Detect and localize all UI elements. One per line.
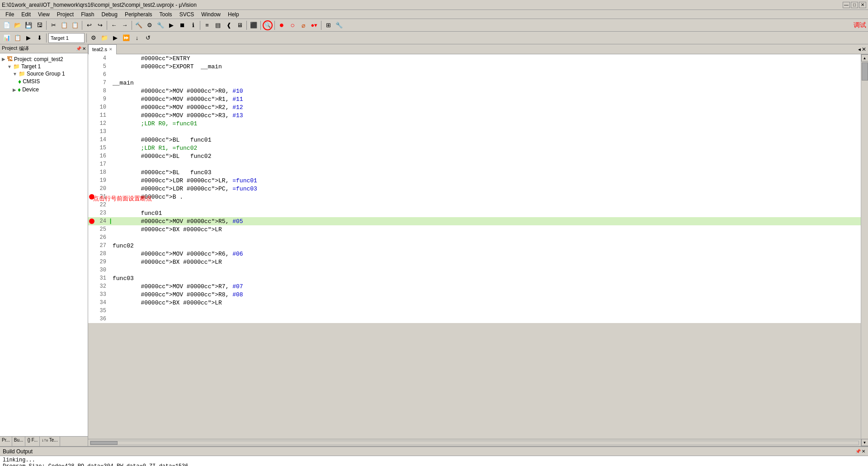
source-group-label: Source Group 1 [27,71,65,77]
line-number-23: 23 [95,210,109,216]
line-bp-21[interactable] [88,194,95,200]
build-close-btn[interactable]: ✕ [862,449,865,454]
redo-btn[interactable]: ↪ [95,20,105,30]
save-all-btn[interactable]: 🖫 [34,20,44,30]
menu-file[interactable]: File [2,10,18,19]
target-dropdown[interactable]: Target 1 [48,33,85,43]
view3-btn[interactable]: ❰ [224,20,234,30]
build-title: Build Output [3,448,33,455]
menu-tools[interactable]: Tools [156,10,176,19]
build-btn[interactable]: 🔨 [134,20,144,30]
line-code-33: #0000cc">MOV #0000cc">R8, #08 [111,291,861,298]
build-content: linking...Program Size: Code=428 RO-data… [0,456,868,466]
run2-btn[interactable]: ⏩ [121,33,131,43]
hscroll-thumb[interactable] [90,441,118,445]
vscroll-track[interactable] [861,62,868,439]
pbt-te[interactable]: ↓↑₀ Te... [40,437,60,446]
menu-peripherals[interactable]: Peripherals [121,10,156,19]
menu-edit[interactable]: Edit [18,10,34,19]
line-number-16: 16 [95,153,109,159]
line-code-24: #0000cc">MOV #0000cc">R5, #05 [111,218,861,225]
run-btn[interactable]: ▶ [110,33,120,43]
debug-circle-btn[interactable]: 🔍 [263,20,273,30]
line-number-18: 18 [95,169,109,176]
bp-menu-btn[interactable]: ●▾ [309,20,319,30]
menu-flash[interactable]: Flash [77,10,98,19]
bp-red-btn[interactable]: ● [277,20,287,30]
project-panel-tabs: Project 编译 [2,45,29,52]
build-output-btn[interactable]: 📊 [2,33,12,43]
minimize-button[interactable]: — [843,2,850,8]
build-log-btn[interactable]: 📋 [13,33,23,43]
new-file-btn[interactable]: 📄 [2,20,12,30]
copy-btn[interactable]: 📋 [59,20,69,30]
vscroll-down[interactable]: ▼ [861,439,868,446]
paste-btn[interactable]: 📋 [70,20,80,30]
hscroll-track[interactable] [90,441,859,445]
save-btn[interactable]: 💾 [24,20,33,30]
menu-window[interactable]: Window [198,10,224,19]
screen-btn[interactable]: ⬛ [249,20,259,30]
line-number-12: 12 [95,120,109,127]
line-number-9: 9 [95,96,109,102]
tab-project[interactable]: Project [2,45,17,52]
open-btn[interactable]: 📂 [13,20,23,30]
target-options-btn[interactable]: ⚙ [89,33,99,43]
menu-debug[interactable]: Debug [98,10,121,19]
code-line-27: 27func02 [88,242,861,250]
pbt-func[interactable]: {} F... [25,437,40,446]
step-btn[interactable]: ↓ [132,33,142,43]
bp-empty-btn[interactable]: ○ [288,20,297,30]
build2-btn[interactable]: ⚙ [145,20,155,30]
line-number-32: 32 [95,283,109,290]
sep3 [107,21,107,30]
build3-btn[interactable]: 🔧 [156,20,165,30]
code-hscroll[interactable] [88,439,861,446]
manage-btn[interactable]: 📁 [99,33,109,43]
reset-btn[interactable]: ↺ [143,33,153,43]
menu-help[interactable]: Help [224,10,243,19]
undo-btn[interactable]: ↩ [84,20,94,30]
menu-project[interactable]: Project [53,10,77,19]
tree-project[interactable]: ▶ 🏗 Project: compi_test2 [2,55,86,63]
menu-svcs[interactable]: SVCS [176,10,198,19]
tree-source-group[interactable]: ▼ 📁 Source Group 1 [2,70,86,77]
tab-compile[interactable]: 编译 [19,45,29,52]
tree-device[interactable]: ▶ ♦ Device [2,86,86,94]
panel-close-btn[interactable]: ✕ [82,46,86,51]
close-button[interactable]: ✕ [859,2,866,8]
view2-btn[interactable]: ▤ [213,20,223,30]
editor-tab-close[interactable]: ✕ [109,47,113,52]
editor-auto-hide-btn[interactable]: ◂ [858,46,861,52]
maximize-button[interactable]: □ [851,2,858,8]
menu-view[interactable]: View [34,10,53,19]
view4-btn[interactable]: 🖥 [235,20,245,30]
panel-pin-btn[interactable]: 📌 [76,46,81,51]
window-btn[interactable]: ⊞ [323,20,333,30]
tree-cmsis[interactable]: ♦ CMSIS [2,77,86,86]
build-run-btn[interactable]: ▶ [24,33,33,43]
cut-btn[interactable]: ✂ [48,20,58,30]
vscroll-up[interactable]: ▲ [861,54,868,62]
debug-info-btn[interactable]: ℹ [188,20,198,30]
code-line-23: 23 func01 [88,209,861,217]
settings-btn[interactable]: 🔧 [334,20,344,30]
pbt-bu[interactable]: Bu... [12,437,26,446]
editor-close-btn[interactable]: ✕ [862,46,866,52]
code-scroll-area[interactable]: 4 #0000cc">ENTRY5 #0000cc">EXPORT __main… [88,54,861,439]
build-pin-btn[interactable]: 📌 [855,449,861,454]
build4-btn[interactable]: ▶ [166,20,176,30]
editor-tab-teat2[interactable]: teat2.s ✕ [88,44,117,54]
stop-btn[interactable]: ⏹ [177,20,187,30]
nav-back-btn[interactable]: ← [109,20,119,30]
load-btn[interactable]: ⬇ [34,33,44,43]
line-code-14: #0000cc">BL func01 [111,137,861,143]
view1-btn[interactable]: ≡ [202,20,212,30]
pbt-pr[interactable]: Pr... [0,437,12,446]
vscroll-thumb[interactable] [862,62,868,81]
tree-target1[interactable]: ▼ 📁 Target 1 [2,63,86,70]
line-number-15: 15 [95,145,109,151]
nav-fwd-btn[interactable]: → [120,20,130,30]
bp-clear-btn[interactable]: ⌀ [298,20,308,30]
line-bp-24[interactable] [88,219,95,224]
